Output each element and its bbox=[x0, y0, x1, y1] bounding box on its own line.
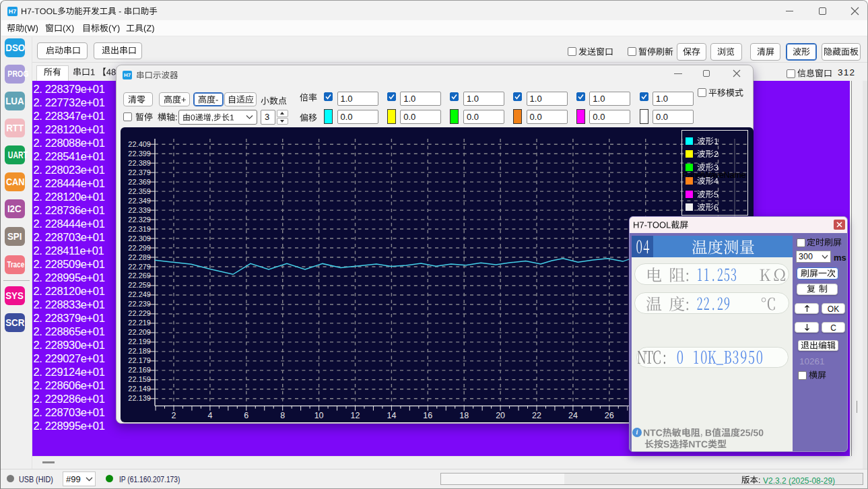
svg-text:18: 18 bbox=[459, 411, 469, 420]
svg-text:22: 22 bbox=[532, 411, 541, 420]
svg-text:22.239: 22.239 bbox=[128, 300, 151, 308]
svg-text:22.259: 22.259 bbox=[128, 281, 151, 289]
svg-text:22.229: 22.229 bbox=[128, 309, 151, 317]
svg-text:22.249: 22.249 bbox=[128, 290, 151, 298]
svg-text:22.409: 22.409 bbox=[128, 140, 151, 148]
svg-text:22.399: 22.399 bbox=[128, 150, 151, 158]
svg-text:2: 2 bbox=[172, 411, 176, 420]
svg-text:22.339: 22.339 bbox=[128, 206, 151, 214]
svg-text:22.359: 22.359 bbox=[128, 187, 151, 195]
svg-text:22.219: 22.219 bbox=[128, 319, 151, 327]
svg-text:20: 20 bbox=[496, 411, 505, 420]
svg-text:22.149: 22.149 bbox=[128, 385, 151, 393]
svg-text:22.299: 22.299 bbox=[128, 244, 151, 252]
svg-text:22.389: 22.389 bbox=[128, 159, 151, 167]
svg-text:22.189: 22.189 bbox=[128, 347, 151, 355]
svg-text:16: 16 bbox=[423, 411, 432, 420]
svg-text:12: 12 bbox=[351, 411, 360, 420]
svg-text:14: 14 bbox=[387, 411, 396, 420]
svg-text:22.199: 22.199 bbox=[128, 337, 151, 346]
svg-text:22.309: 22.309 bbox=[128, 234, 151, 242]
svg-text:22.139: 22.139 bbox=[128, 394, 151, 402]
svg-text:10: 10 bbox=[314, 411, 324, 420]
svg-text:22.209: 22.209 bbox=[128, 328, 151, 336]
svg-text:22.269: 22.269 bbox=[128, 271, 151, 280]
svg-text:26: 26 bbox=[605, 411, 614, 420]
svg-text:22.169: 22.169 bbox=[128, 366, 151, 374]
svg-text:22.369: 22.369 bbox=[128, 178, 151, 186]
svg-text:24: 24 bbox=[568, 411, 578, 420]
svg-text:22.319: 22.319 bbox=[128, 225, 151, 233]
svg-text:22.279: 22.279 bbox=[128, 263, 151, 271]
svg-text:22.379: 22.379 bbox=[128, 168, 151, 176]
svg-text:8: 8 bbox=[280, 411, 285, 420]
svg-text:22.349: 22.349 bbox=[128, 197, 151, 205]
svg-text:4: 4 bbox=[207, 411, 212, 420]
svg-text:22.329: 22.329 bbox=[128, 216, 151, 224]
svg-text:6: 6 bbox=[244, 411, 248, 420]
svg-text:22.179: 22.179 bbox=[128, 356, 151, 364]
svg-text:22.159: 22.159 bbox=[128, 375, 151, 383]
svg-text:22.289: 22.289 bbox=[128, 253, 151, 261]
